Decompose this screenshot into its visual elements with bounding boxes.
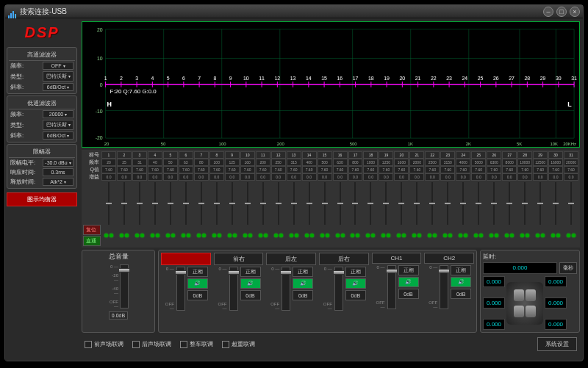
q-cell-20[interactable]: 7.60 bbox=[394, 166, 409, 173]
freq-cell-25[interactable]: 5000 bbox=[471, 159, 486, 166]
eq-fader-28[interactable] bbox=[524, 182, 526, 225]
gain-cell-24[interactable]: 0.0 bbox=[456, 173, 470, 181]
mute-button-4[interactable]: 🔊 bbox=[398, 277, 419, 287]
q-cell-22[interactable]: 7.60 bbox=[425, 166, 440, 173]
eq-fader-4[interactable] bbox=[154, 182, 156, 225]
eq-fader-5[interactable] bbox=[170, 182, 171, 225]
mute-button-3[interactable]: 🔊 bbox=[345, 278, 366, 289]
channel-tab-3[interactable]: 后右 bbox=[319, 253, 369, 265]
eq-led-1[interactable] bbox=[101, 234, 116, 237]
gain-cell-9[interactable]: 0.0 bbox=[225, 173, 240, 181]
gain-cell-19[interactable]: 0.0 bbox=[379, 173, 393, 181]
eq-fader-16[interactable] bbox=[340, 182, 341, 225]
q-cell-16[interactable]: 7.60 bbox=[333, 166, 348, 173]
freq-cell-10[interactable]: 160 bbox=[240, 159, 255, 166]
q-cell-30[interactable]: 7.60 bbox=[548, 166, 563, 173]
eq-led-24[interactable] bbox=[456, 234, 470, 237]
freq-cell-28[interactable]: 10000 bbox=[517, 159, 532, 166]
eq-fader-31[interactable] bbox=[570, 182, 572, 225]
q-cell-5[interactable]: 7.60 bbox=[163, 166, 178, 173]
eq-led-12[interactable] bbox=[271, 234, 286, 237]
channel-tab-4[interactable]: CH1 bbox=[372, 253, 422, 264]
freq-cell-22[interactable]: 2500 bbox=[425, 159, 440, 166]
eq-fader-1[interactable] bbox=[108, 182, 110, 225]
q-cell-18[interactable]: 7.60 bbox=[363, 166, 378, 173]
phase-button-2[interactable]: 正相 bbox=[293, 267, 313, 277]
lpf-freq-select[interactable]: 20000 bbox=[43, 110, 74, 118]
gain-button-2[interactable]: 0dB bbox=[293, 290, 313, 300]
delay-unit-select[interactable]: 毫秒 bbox=[559, 262, 577, 274]
link-checkbox-0[interactable]: 前声场联调 bbox=[85, 340, 123, 348]
eq-fader-18[interactable] bbox=[370, 182, 371, 225]
gain-cell-21[interactable]: 0.0 bbox=[409, 173, 424, 181]
delay-fl[interactable]: 0.000 bbox=[483, 276, 505, 287]
channel-fader-0[interactable] bbox=[176, 267, 185, 311]
eq-led-21[interactable] bbox=[409, 234, 424, 237]
eq-fader-12[interactable] bbox=[278, 182, 279, 225]
eq-fader-22[interactable] bbox=[431, 182, 433, 225]
eq-led-2[interactable] bbox=[117, 234, 132, 237]
phase-button-1[interactable]: 正相 bbox=[240, 267, 261, 277]
gain-cell-1[interactable]: 0.0 bbox=[101, 173, 116, 181]
q-cell-13[interactable]: 7.60 bbox=[287, 166, 301, 173]
gain-cell-17[interactable]: 0.0 bbox=[348, 173, 363, 181]
eq-led-15[interactable] bbox=[318, 234, 332, 237]
eq-fader-13[interactable] bbox=[293, 182, 295, 225]
gain-button-0[interactable]: 0dB bbox=[187, 290, 208, 300]
eq-led-6[interactable] bbox=[179, 234, 193, 237]
freq-cell-27[interactable]: 8000 bbox=[502, 159, 517, 166]
gain-cell-13[interactable]: 0.0 bbox=[287, 173, 301, 181]
q-cell-19[interactable]: 7.60 bbox=[379, 166, 393, 173]
q-cell-8[interactable]: 7.60 bbox=[209, 166, 224, 173]
channel-fader-4[interactable] bbox=[387, 265, 396, 309]
q-cell-25[interactable]: 7.60 bbox=[471, 166, 486, 173]
gain-cell-29[interactable]: 0.0 bbox=[533, 173, 548, 181]
eq-fader-23[interactable] bbox=[447, 182, 448, 225]
q-cell-17[interactable]: 7.60 bbox=[348, 166, 363, 173]
eq-fader-14[interactable] bbox=[309, 182, 310, 225]
freq-cell-6[interactable]: 63 bbox=[179, 159, 193, 166]
delay-fr[interactable]: 0.000 bbox=[545, 276, 567, 287]
gain-cell-4[interactable]: 0.0 bbox=[148, 173, 162, 181]
eq-fader-6[interactable] bbox=[185, 182, 187, 225]
gain-cell-15[interactable]: 0.0 bbox=[318, 173, 332, 181]
gain-cell-20[interactable]: 0.0 bbox=[394, 173, 409, 181]
q-cell-15[interactable]: 7.60 bbox=[318, 166, 332, 173]
eq-fader-8[interactable] bbox=[216, 182, 218, 225]
minimize-button[interactable]: – bbox=[543, 7, 553, 17]
gain-button-3[interactable]: 0dB bbox=[345, 290, 366, 300]
eq-led-3[interactable] bbox=[132, 234, 147, 237]
freq-cell-17[interactable]: 800 bbox=[348, 159, 363, 166]
bypass-button[interactable]: 直通 bbox=[83, 236, 101, 246]
freq-cell-29[interactable]: 12500 bbox=[533, 159, 548, 166]
gain-cell-25[interactable]: 0.0 bbox=[471, 173, 486, 181]
channel-fader-5[interactable] bbox=[440, 265, 448, 309]
link-checkbox-2[interactable]: 整车联调 bbox=[180, 340, 213, 348]
delay-ch2[interactable]: 0.000 bbox=[545, 319, 567, 330]
freq-cell-14[interactable]: 400 bbox=[302, 159, 317, 166]
channel-fader-2[interactable] bbox=[282, 267, 290, 311]
phase-button-0[interactable]: 正相 bbox=[187, 267, 208, 277]
gain-cell-2[interactable]: 0.0 bbox=[117, 173, 132, 181]
eq-fader-20[interactable] bbox=[401, 182, 402, 225]
channel-fader-3[interactable] bbox=[334, 267, 343, 311]
eq-led-5[interactable] bbox=[163, 234, 178, 237]
q-cell-2[interactable]: 7.60 bbox=[117, 166, 132, 173]
q-cell-24[interactable]: 7.60 bbox=[456, 166, 470, 173]
q-cell-9[interactable]: 7.60 bbox=[225, 166, 240, 173]
freq-cell-16[interactable]: 630 bbox=[333, 159, 348, 166]
freq-cell-21[interactable]: 2000 bbox=[409, 159, 424, 166]
gain-cell-10[interactable]: 0.0 bbox=[240, 173, 255, 181]
freq-cell-31[interactable]: 20000 bbox=[564, 159, 578, 166]
lpf-slope-select[interactable]: 6dB/Oct bbox=[43, 131, 74, 140]
delay-ch1[interactable]: 0.000 bbox=[483, 319, 505, 330]
mute-button-5[interactable]: 🔊 bbox=[451, 277, 471, 287]
q-cell-11[interactable]: 7.60 bbox=[256, 166, 270, 173]
eq-fader-11[interactable] bbox=[262, 182, 264, 225]
freq-cell-1[interactable]: 20 bbox=[101, 159, 116, 166]
mute-button-1[interactable]: 🔊 bbox=[240, 278, 261, 289]
freq-cell-11[interactable]: 200 bbox=[256, 159, 270, 166]
eq-fader-17[interactable] bbox=[354, 182, 356, 225]
delay-rr[interactable]: 0.000 bbox=[545, 297, 567, 309]
eq-fader-10[interactable] bbox=[247, 182, 248, 225]
